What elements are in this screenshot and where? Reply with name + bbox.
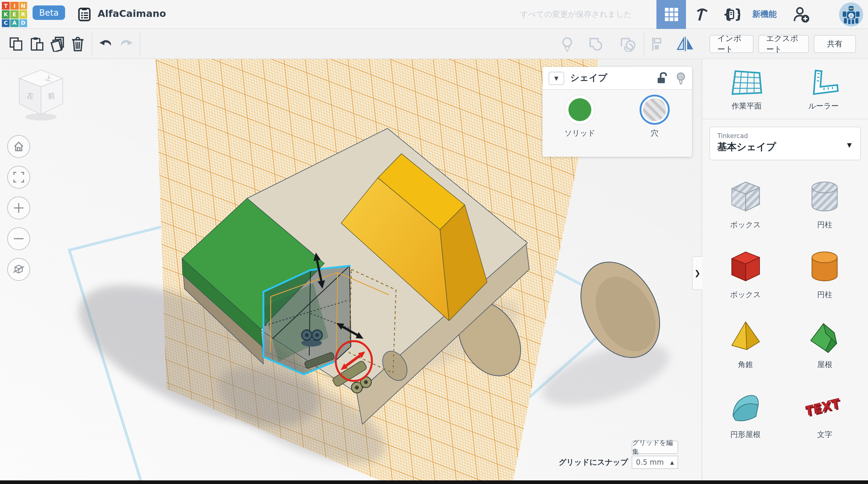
- group-button[interactable]: [588, 36, 604, 52]
- view-cube-left-label[interactable]: 左: [26, 91, 35, 100]
- beta-badge: Beta: [33, 5, 65, 20]
- redo-button[interactable]: [118, 36, 134, 52]
- snap-grid-select[interactable]: 0.5 mm ▲: [632, 456, 678, 469]
- logo-tile: E: [10, 10, 19, 19]
- parts-sidebar: ❯ 作業平面 ルーラー Tinkercad 基本シェイプ ▼ ボックス円柱ボック…: [702, 59, 868, 480]
- view-cube-front-label[interactable]: 前: [47, 91, 56, 101]
- logo-tile: I: [10, 2, 19, 10]
- whats-new-link[interactable]: 新機能: [752, 9, 777, 20]
- shape-item-green-roof[interactable]: 屋根: [785, 309, 864, 370]
- shape-item-label: 角錐: [738, 360, 753, 370]
- orange-cylinder-icon: [807, 249, 842, 286]
- export-button[interactable]: エクスポート: [758, 35, 809, 53]
- solid-option[interactable]: ソリッド: [553, 98, 607, 139]
- panel-collapse-button[interactable]: ▼: [549, 71, 564, 85]
- shape-item-red-box[interactable]: ボックス: [706, 239, 785, 300]
- shape-item-red-text[interactable]: TEXTTEXT文字: [785, 379, 864, 440]
- ungroup-button[interactable]: [620, 36, 635, 52]
- tinkercad-app: TINKERCAD Beta AlfaCaimano すべての変更が保存されまし…: [0, 0, 868, 484]
- edit-toolbar: インポート エクスポート 共有: [0, 29, 868, 59]
- blocks-view-button[interactable]: [656, 0, 686, 29]
- fit-view-button[interactable]: [7, 166, 30, 189]
- shape-inspector-panel: ▼ シェイプ ソリッド 穴: [542, 67, 692, 157]
- striped-cylinder-icon: [807, 179, 842, 216]
- caret-down-icon: ▼: [847, 142, 852, 148]
- import-button[interactable]: インポート: [710, 35, 753, 53]
- solid-label: ソリッド: [564, 128, 595, 139]
- red-box-icon: [728, 249, 763, 286]
- shape-item-label: 円柱: [817, 220, 832, 230]
- view-cube[interactable]: 上 左 前: [12, 66, 70, 124]
- ruler-label: ルーラー: [808, 101, 839, 112]
- ruler-icon: [807, 69, 840, 96]
- align-button[interactable]: [650, 36, 665, 52]
- zoom-in-button[interactable]: [7, 196, 30, 219]
- shape-item-label: 文字: [817, 430, 832, 440]
- logo-tile: K: [2, 10, 10, 19]
- striped-box-icon: [728, 179, 763, 216]
- sidebar-collapse-button[interactable]: ❯: [692, 256, 702, 290]
- unlock-icon[interactable]: [656, 71, 669, 85]
- workplane-label: 作業平面: [732, 101, 762, 112]
- invite-button[interactable]: [787, 0, 815, 29]
- zoom-out-button[interactable]: [7, 227, 30, 250]
- paste-button[interactable]: [29, 36, 44, 52]
- shape-item-label: 円形屋根: [731, 430, 761, 440]
- shape-library-dropdown[interactable]: Tinkercad 基本シェイプ ▼: [710, 127, 861, 160]
- avatar[interactable]: [839, 2, 863, 27]
- logo-tile: A: [10, 19, 19, 27]
- codeblocks-button[interactable]: {}: [717, 0, 745, 29]
- library-name: 基本シェイプ: [717, 141, 853, 154]
- header-bar: TINKERCAD Beta AlfaCaimano すべての変更が保存されまし…: [0, 0, 868, 29]
- panel-title: シェイプ: [570, 72, 656, 84]
- red-text-icon: TEXTTEXT: [806, 389, 844, 426]
- shape-item-striped-cylinder[interactable]: 円柱: [785, 169, 864, 230]
- panel-light-icon[interactable]: [676, 71, 686, 85]
- logo-tile: T: [2, 2, 10, 10]
- shape-item-label: 屋根: [817, 360, 832, 370]
- cyan-round-roof-icon: [728, 389, 763, 426]
- workplane-icon: [731, 69, 763, 96]
- yellow-pyramid-icon: [728, 319, 763, 356]
- shape-grid: ボックス円柱ボックス円柱角錐屋根円形屋根TEXTTEXT文字: [702, 160, 868, 448]
- solid-swatch[interactable]: [568, 98, 591, 121]
- save-status-text: すべての変更が保存されました: [520, 9, 650, 20]
- document-title[interactable]: AlfaCaimano: [98, 8, 166, 19]
- person-add-icon: [792, 5, 810, 24]
- shape-item-striped-box[interactable]: ボックス: [706, 169, 785, 230]
- viewport-3d[interactable]: 上 左 前 ▼ シェイプ: [0, 59, 702, 480]
- home-view-button[interactable]: [7, 135, 30, 158]
- shape-item-orange-cylinder[interactable]: 円柱: [785, 239, 864, 300]
- undo-button[interactable]: [98, 36, 114, 52]
- logo-tile: R: [19, 10, 27, 19]
- perspective-toggle-button[interactable]: [7, 258, 30, 281]
- mirror-button[interactable]: [676, 36, 692, 52]
- copy-button[interactable]: [8, 36, 24, 52]
- shape-item-label: 円柱: [817, 290, 832, 300]
- robot-avatar-icon: [839, 2, 863, 27]
- caret-up-icon: ▲: [670, 460, 674, 465]
- logo-tile: N: [19, 2, 27, 10]
- ruler-tool[interactable]: ルーラー: [790, 69, 857, 112]
- hole-label: 穴: [651, 128, 658, 139]
- hole-swatch[interactable]: [643, 98, 666, 121]
- duplicate-button[interactable]: [50, 36, 65, 52]
- toolbar-separator: [140, 33, 141, 56]
- shape-item-cyan-round-roof[interactable]: 円形屋根: [706, 379, 785, 440]
- snap-grid-label: グリッドにスナップ: [550, 457, 628, 468]
- delete-button[interactable]: [70, 36, 86, 52]
- green-roof-icon: [807, 319, 842, 356]
- hole-option[interactable]: 穴: [627, 98, 682, 139]
- light-toggle-button[interactable]: [559, 36, 575, 52]
- shape-item-yellow-pyramid[interactable]: 角錐: [706, 309, 785, 370]
- workplane-tool[interactable]: 作業平面: [714, 69, 780, 112]
- edit-grid-button[interactable]: グリッドを編集: [632, 441, 678, 454]
- document-menu-icon[interactable]: [77, 7, 92, 24]
- library-brand: Tinkercad: [717, 132, 853, 139]
- bottom-strip: [0, 480, 868, 484]
- share-button[interactable]: 共有: [814, 35, 856, 53]
- tinkercad-logo[interactable]: TINKERCAD: [2, 2, 27, 27]
- minecraft-export-button[interactable]: [688, 0, 716, 29]
- toolbar-separator: [92, 33, 92, 56]
- pickaxe-icon: [694, 7, 710, 22]
